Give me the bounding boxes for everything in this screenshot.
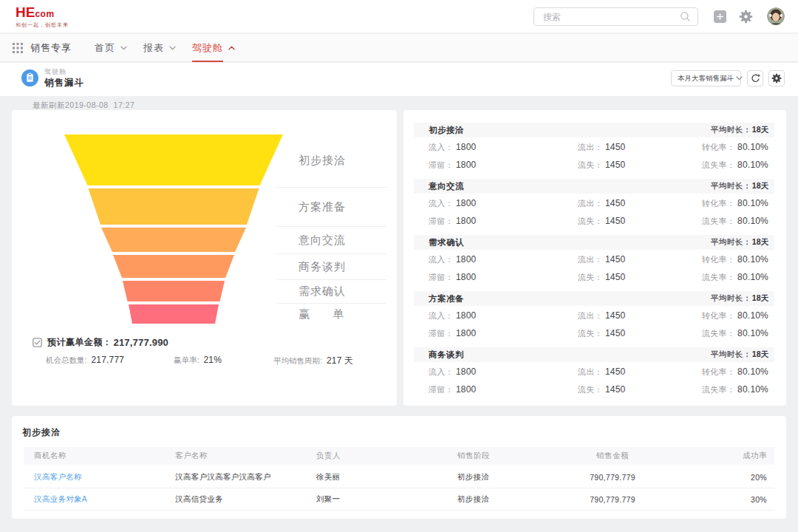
page-title: 销售漏斗 <box>44 77 84 89</box>
stage-section-2: 意向交流平均时长：18天流入：1800流出：1450转化率：80.10%滞留：1… <box>403 179 786 229</box>
funnel-stage-label-char: 赢 <box>299 307 310 321</box>
table-column-header: 成功率 <box>693 451 767 461</box>
search-input[interactable] <box>534 12 680 22</box>
nav-item-1[interactable]: 首页 <box>92 34 130 61</box>
table-cell: 汉高信贷业务 <box>175 494 223 505</box>
metric-value: 80.10% <box>737 198 768 208</box>
stage-metric: 流出：1450 <box>578 196 625 209</box>
stage-name: 意向交流 <box>429 181 464 192</box>
funnel-stat-2: 赢单率:21% <box>174 355 222 366</box>
metric-value: 1450 <box>605 198 626 208</box>
active-nav-underline <box>192 61 223 62</box>
metric-label: 滞留： <box>429 216 454 225</box>
apps-grid-icon[interactable] <box>13 43 23 53</box>
funnel-segment-2[interactable] <box>89 188 259 225</box>
nav-item-label: 报表 <box>143 41 164 55</box>
metric-label: 流出： <box>578 199 603 208</box>
metric-label: 转化率： <box>702 311 735 320</box>
stage-metric: 滞留：1800 <box>429 157 476 171</box>
table-column-header: 销售金额 <box>550 451 675 461</box>
stage-metric: 滞留：1800 <box>429 326 476 339</box>
stage-metric: 流出：1450 <box>578 140 625 153</box>
settings-button[interactable] <box>768 70 785 86</box>
metric-value: 80.10% <box>737 310 768 321</box>
opportunity-link[interactable]: 汉高客户名称 <box>34 472 82 482</box>
stage-metric-row: 滞留：1800流失：1450流失率：80.10% <box>403 380 786 398</box>
metric-label: 流失： <box>578 160 603 169</box>
logo-text-sub: com <box>35 9 54 19</box>
summary-value: 217,777.990 <box>114 337 169 348</box>
funnel-segment-3[interactable] <box>101 228 246 252</box>
table-title: 初步接洽 <box>22 426 61 439</box>
duration-label: 平均时长： <box>711 181 751 190</box>
user-avatar[interactable] <box>767 7 785 25</box>
nav-item-2[interactable]: 报表 <box>140 34 179 61</box>
stage-metric: 流失：1450 <box>578 157 625 171</box>
stage-section-header: 意向交流平均时长：18天 <box>414 179 774 194</box>
duration-value: 18天 <box>752 181 768 190</box>
table-header-row: 商机名称客户名称负责人销售阶段销售金额成功率 <box>24 447 774 465</box>
table-column-header: 销售阶段 <box>457 451 490 461</box>
breadcrumb-category: 驾驶舱 <box>44 67 66 77</box>
table-cell: 790,779.779 <box>550 495 675 504</box>
table-cell: 初步接洽 <box>457 494 489 505</box>
table-cell: 汉高客户汉高客户汉高客户 <box>175 472 271 482</box>
stage-metric-row: 滞留：1800流失：1450流失率：80.10% <box>403 211 786 229</box>
metric-value: 1450 <box>605 254 626 265</box>
stage-section-3: 需求确认平均时长：18天流入：1800流出：1450转化率：80.10%滞留：1… <box>403 235 786 285</box>
stage-name: 方案准备 <box>429 293 464 304</box>
funnel-row-separator <box>276 279 386 280</box>
brand-logo[interactable]: HEcom 和创一起，创想未来 <box>16 6 69 29</box>
funnel-stage-label: 需求确认 <box>299 284 346 299</box>
workspace-label: 销售专享 <box>30 41 72 55</box>
logo-text: HEcom <box>16 6 69 19</box>
table-cell: 刘聚一 <box>316 494 340 505</box>
metric-value: 1450 <box>605 142 626 152</box>
funnel-segment-5[interactable] <box>123 281 225 301</box>
search-icon[interactable] <box>680 11 691 22</box>
metric-label: 流失率： <box>702 273 735 282</box>
add-icon[interactable] <box>714 10 726 23</box>
stage-metric: 转化率：80.10% <box>702 364 768 378</box>
funnel-segment-6[interactable] <box>129 304 219 324</box>
stage-section-header: 需求确认平均时长：18天 <box>414 235 774 250</box>
duration-label: 平均时长： <box>711 125 751 134</box>
metric-label: 转化率： <box>702 143 735 151</box>
refresh-icon <box>751 74 760 83</box>
stage-metric: 流失率：80.10% <box>702 214 768 227</box>
table-cell: 初步接洽 <box>457 472 489 482</box>
metric-label: 流失： <box>578 385 603 394</box>
stage-metric: 流失率：80.10% <box>702 157 768 171</box>
metric-label: 滞留： <box>429 385 454 394</box>
nav-item-label: 首页 <box>95 41 115 55</box>
dashboard-icon <box>21 69 38 86</box>
duration-value: 18天 <box>752 125 768 134</box>
funnel-stage-label: 方案准备 <box>299 200 346 214</box>
metric-value: 1450 <box>605 272 626 282</box>
metric-label: 流失率： <box>702 216 735 225</box>
metric-label: 流出： <box>578 367 603 376</box>
stat-label: 机会总数量: <box>46 355 86 366</box>
metric-label: 流失率： <box>702 160 735 169</box>
metric-value: 1800 <box>456 142 477 152</box>
duration-label: 平均时长： <box>711 349 751 358</box>
metric-value: 1800 <box>456 272 477 282</box>
stage-metric-row: 流入：1800流出：1450转化率：80.10% <box>403 250 786 267</box>
filter-selected-value: 本月大客销售漏斗 <box>678 74 734 83</box>
gear-icon[interactable] <box>739 10 753 24</box>
funnel-segment-4[interactable] <box>113 255 234 278</box>
stage-name: 商务谈判 <box>429 349 464 361</box>
stage-metric-row: 流入：1800流出：1450转化率：80.10% <box>403 306 786 324</box>
gear-icon <box>771 73 782 83</box>
opportunity-link[interactable]: 汉高业务对象A <box>34 494 87 505</box>
nav-item-3[interactable]: 驾驶舱 <box>189 34 238 61</box>
stage-duration: 平均时长：18天 <box>711 237 768 248</box>
funnel-stat-3: 平均销售周期:217 天 <box>273 355 353 367</box>
funnel-filter-select[interactable]: 本月大客销售漏斗 <box>671 70 741 86</box>
brand-tagline: 和创一起，创想未来 <box>16 21 69 29</box>
funnel-segment-1[interactable] <box>64 134 283 185</box>
refresh-button[interactable] <box>747 70 763 86</box>
metric-value: 80.10% <box>737 328 768 338</box>
stage-metric-row: 滞留：1800流失：1450流失率：80.10% <box>403 155 786 173</box>
stage-metric: 流失：1450 <box>578 270 625 283</box>
